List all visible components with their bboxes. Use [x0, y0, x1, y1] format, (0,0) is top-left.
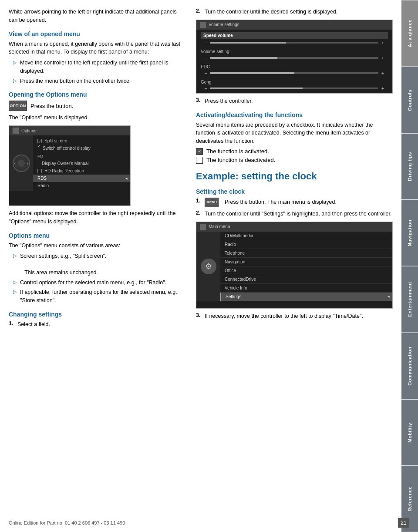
- gear-icon: ⚙: [201, 259, 216, 274]
- volume-screenshot-wrapper: Volume settings Speed volume − +: [196, 20, 393, 94]
- opts-body: ‹ › ✓ Split screen Switch off control di…: [9, 135, 130, 191]
- checkmark-checked-icon: ✓: [196, 148, 203, 155]
- mm-item-cd: CD/Multimedia: [220, 232, 392, 240]
- mm-right-panel: CD/Multimedia Radio Telephone Navigation…: [220, 232, 392, 301]
- bullet-text-applicable: If applicable, further operating options…: [20, 288, 183, 305]
- step-number: 3.: [196, 97, 205, 105]
- vol-slider-pdc: − +: [201, 70, 388, 77]
- step-text: Turn the controller until the desired se…: [205, 8, 337, 16]
- vol-body: Speed volume − + Volume setting:: [196, 30, 392, 94]
- page-number-bar: Online Edition for Part no. 01 40 2 606 …: [0, 518, 418, 528]
- opened-menu-heading: View of an opened menu: [9, 30, 183, 37]
- opts-item-radio: Radio: [33, 182, 130, 189]
- vol-item-setting: Volume setting: − +: [201, 48, 388, 61]
- bullet-arrow-icon: ▷: [13, 279, 17, 285]
- vol-header-text: Volume settings: [209, 22, 239, 27]
- clock-step-1: 1. MENU Press the button. The main menu …: [196, 198, 393, 207]
- opts-item-switch-off: Switch off control display: [33, 145, 130, 152]
- mm-left-panel: ⚙: [196, 232, 220, 301]
- example-heading: Example: setting the clock: [196, 171, 393, 182]
- bullet-arrow-icon: ▷: [13, 60, 17, 65]
- sidebar-tab-communication[interactable]: Communication: [401, 333, 418, 399]
- vol-slider-bar: [210, 72, 378, 74]
- opts-item-rds: RDS ◂: [33, 175, 130, 182]
- opts-header-icon: [13, 128, 19, 134]
- opts-item-text: FM: [37, 154, 43, 158]
- opts-header-text: Options: [21, 128, 36, 133]
- bullet-arrow-icon: ▷: [13, 289, 17, 295]
- mm-item-radio: Radio: [220, 240, 392, 249]
- setting-clock-heading: Setting the clock: [196, 188, 393, 195]
- speed-volume-label: Speed volume: [201, 32, 388, 39]
- sidebar-tab-navigation[interactable]: Navigation: [401, 199, 418, 266]
- opts-item-text: Switch off control display: [43, 146, 91, 151]
- vol-setting-label: Volume setting:: [201, 48, 388, 55]
- mm-item-settings: Settings ◂: [220, 293, 392, 301]
- step-text: Select a field.: [17, 320, 50, 329]
- vol-slider-bar: [210, 42, 378, 44]
- page-number: 21: [398, 518, 409, 528]
- vol-minus-icon: −: [203, 86, 209, 91]
- function-activated-text: The function is activated.: [206, 148, 269, 155]
- clock-step-1-content: MENU Press the button. The main menu is …: [205, 198, 337, 207]
- opts-item-text: Split screen: [44, 138, 67, 143]
- mm-body: ⚙ CD/Multimedia Radio Telephone Navigati…: [196, 232, 392, 301]
- controller-circle-icon: ‹ ›: [13, 155, 30, 172]
- sidebar: At a glance Controls Driving tips Naviga…: [401, 0, 418, 532]
- vol-slider-fill: [210, 88, 303, 89]
- sidebar-tab-driving-tips[interactable]: Driving tips: [401, 133, 418, 200]
- opts-item-hd-radio: HD Radio Reception: [33, 167, 130, 175]
- intro-text: White arrows pointing to the left or rig…: [9, 8, 183, 24]
- vol-slider-fill: [210, 72, 294, 74]
- clock-step-2: 2. Turn the controller until "Settings" …: [196, 210, 393, 218]
- bullet-text-control: Control options for the selected main me…: [20, 279, 166, 287]
- clock-step-3: 3. If necessary, move the controller to …: [196, 312, 393, 320]
- sidebar-tab-mobility[interactable]: Mobility: [401, 399, 418, 466]
- step-number: 1.: [196, 198, 205, 207]
- vol-header: Volume settings: [196, 20, 392, 30]
- opts-item-text: RDS: [37, 176, 47, 181]
- menu-button-image: MENU: [205, 198, 219, 207]
- vol-header-icon: [200, 22, 206, 28]
- vol-slider-fill: [210, 42, 286, 44]
- sidebar-tab-at-a-glance[interactable]: At a glance: [401, 0, 418, 67]
- bullet-text-2: Press the menu button on the controller …: [20, 77, 131, 85]
- changing-step-1: 1. Select a field.: [9, 320, 183, 329]
- vol-minus-icon: −: [203, 40, 209, 45]
- mm-item-connecteddrive: ConnectedDrive: [220, 275, 392, 284]
- vol-slider-bar: [210, 88, 378, 89]
- vol-item-speed: Speed volume − +: [201, 32, 388, 46]
- bullet-arrow-icon: ▷: [13, 253, 17, 259]
- vol-plus-icon: +: [380, 56, 385, 61]
- volume-screenshot: Volume settings Speed volume − +: [196, 20, 393, 94]
- opts-item-display-manual: Display Owner's Manual: [33, 160, 130, 167]
- opened-menu-body: When a menu is opened, it generally open…: [9, 40, 183, 57]
- mm-header: Main menu: [196, 222, 392, 232]
- option-button-image: OPTION: [9, 101, 27, 111]
- opts-left-panel: ‹ ›: [9, 135, 33, 191]
- right-step-3: 3. Press the controller.: [196, 97, 393, 105]
- footer-text: Online Edition for Part no. 01 40 2 606 …: [9, 520, 125, 525]
- function-activated-row: ✓ The function is activated.: [196, 148, 393, 155]
- sidebar-tab-entertainment[interactable]: Entertainment: [401, 266, 418, 333]
- bullet-text-1: Move the controller to the left repeated…: [20, 59, 183, 75]
- sidebar-tab-controls[interactable]: Controls: [401, 67, 418, 133]
- changing-settings-heading: Changing settings: [9, 311, 183, 318]
- settings-arrow-icon: ◂: [388, 294, 390, 299]
- options-displayed-text: The "Options" menu is displayed.: [9, 114, 183, 122]
- options-bullet-2: ▷ Control options for the selected main …: [13, 279, 183, 287]
- vol-minus-icon: −: [203, 56, 209, 61]
- vol-slider-bar: [210, 57, 378, 59]
- function-deactivated-row: The function is deactivated.: [196, 157, 393, 164]
- options-menu-heading: Opening the Options menu: [9, 91, 183, 98]
- vol-slider-fill: [210, 57, 277, 59]
- main-menu-screenshot-wrapper: Main menu ⚙ CD/Multimedia Radio Telephon…: [196, 222, 393, 309]
- mm-header-icon: [200, 224, 206, 230]
- step-number: 2.: [196, 210, 205, 218]
- vol-minus-icon: −: [203, 71, 209, 76]
- vol-plus-icon: +: [380, 40, 385, 45]
- bullet-text-screen: Screen settings, e.g., "Split screen". T…: [20, 252, 107, 276]
- mm-item-office: Office: [220, 266, 392, 275]
- right-step-2: 2. Turn the controller until the desired…: [196, 8, 393, 16]
- main-menu-screenshot: Main menu ⚙ CD/Multimedia Radio Telephon…: [196, 222, 393, 309]
